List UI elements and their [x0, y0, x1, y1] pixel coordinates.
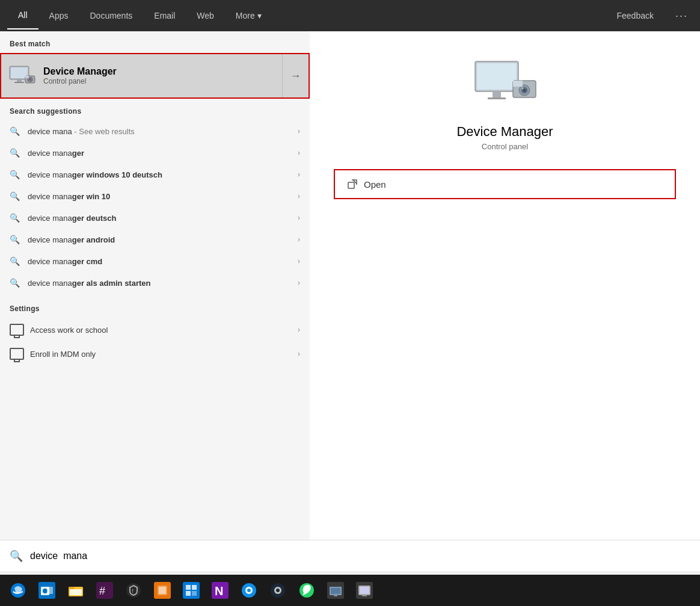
- settings-item-label: Access work or school: [30, 326, 292, 335]
- svg-rect-16: [513, 81, 523, 87]
- svg-rect-23: [47, 587, 53, 594]
- chevron-icon: ›: [298, 149, 300, 157]
- search-suggestions-label: Search suggestions: [0, 99, 310, 120]
- search-input[interactable]: [30, 551, 690, 561]
- taskbar-outlook[interactable]: [34, 577, 60, 604]
- tab-apps[interactable]: Apps: [38, 2, 79, 29]
- open-button[interactable]: Open: [334, 169, 676, 199]
- search-icon: 🔍: [10, 256, 22, 266]
- taskbar-explorer[interactable]: [63, 577, 89, 604]
- best-match-subtitle: Control panel: [43, 77, 302, 85]
- top-navigation-bar: All Apps Documents Email Web More ▾ Feed…: [0, 0, 700, 31]
- right-panel: Device Manager Control panel Open: [310, 31, 700, 540]
- tab-more[interactable]: More ▾: [225, 2, 272, 29]
- open-label: Open: [364, 179, 386, 190]
- app-name-large: Device Manager: [456, 124, 553, 140]
- chevron-icon: ›: [298, 350, 300, 358]
- svg-rect-2: [17, 79, 22, 82]
- top-bar-right: Feedback ···: [610, 5, 693, 27]
- settings-icon-mdm: [10, 348, 24, 360]
- chevron-icon: ›: [298, 192, 300, 200]
- suggestions-list: 🔍 device mana - See web results › 🔍 devi…: [0, 120, 310, 540]
- svg-rect-9: [477, 63, 517, 90]
- svg-rect-10: [493, 91, 501, 97]
- svg-rect-51: [334, 595, 337, 596]
- svg-rect-26: [70, 589, 82, 595]
- chevron-icon: ›: [298, 326, 300, 334]
- svg-rect-54: [360, 587, 369, 594]
- search-icon: 🔍: [10, 170, 22, 179]
- svg-point-6: [29, 78, 31, 81]
- taskbar-slack[interactable]: #: [91, 577, 118, 604]
- suggestion-item-4[interactable]: 🔍 device manager deutsch ›: [0, 207, 310, 229]
- svg-rect-36: [192, 585, 197, 590]
- search-bar-icon: 🔍: [10, 549, 23, 563]
- taskbar-orange-app[interactable]: [149, 577, 176, 604]
- search-bar: 🔍: [0, 540, 700, 571]
- suggestion-text: device manager win 10: [28, 192, 292, 201]
- left-panel: Best match Device Manager: [0, 31, 310, 540]
- suggestion-text: device manager als admin starten: [28, 279, 292, 288]
- settings-item-enroll-mdm[interactable]: Enroll in MDM only ›: [0, 342, 310, 366]
- svg-point-15: [523, 89, 526, 91]
- best-match-text: Device Manager Control panel: [43, 66, 302, 85]
- suggestion-item-3[interactable]: 🔍 device manager win 10 ›: [0, 185, 310, 207]
- main-content: Best match Device Manager: [0, 31, 700, 540]
- svg-rect-7: [25, 76, 29, 78]
- search-icon: 🔍: [10, 148, 22, 158]
- chevron-icon: ›: [298, 214, 300, 222]
- chevron-icon: ›: [298, 170, 300, 179]
- tab-email[interactable]: Email: [143, 2, 186, 29]
- suggestion-item-7[interactable]: 🔍 device manager als admin starten ›: [0, 272, 310, 294]
- suggestion-item-6[interactable]: 🔍 device manager cmd ›: [0, 250, 310, 272]
- taskbar: # ↑ N: [0, 575, 700, 606]
- suggestion-text: device manager deutsch: [28, 214, 292, 223]
- svg-point-22: [43, 589, 48, 593]
- best-match-item[interactable]: Device Manager Control panel →: [0, 53, 310, 99]
- svg-point-46: [276, 589, 280, 592]
- search-icon: 🔍: [10, 235, 22, 244]
- settings-item-access-work[interactable]: Access work or school ›: [0, 318, 310, 342]
- svg-point-43: [247, 589, 251, 592]
- best-match-open-arrow[interactable]: →: [282, 54, 309, 97]
- taskbar-antivirus[interactable]: ↑: [120, 577, 147, 604]
- taskbar-onenote[interactable]: N: [207, 577, 233, 604]
- search-icon: 🔍: [10, 191, 22, 201]
- taskbar-system[interactable]: [351, 577, 378, 604]
- suggestion-item-1[interactable]: 🔍 device manager ›: [0, 142, 310, 164]
- suggestion-item-web[interactable]: 🔍 device mana - See web results ›: [0, 120, 310, 142]
- svg-rect-33: [159, 587, 166, 594]
- best-match-label: Best match: [0, 31, 310, 53]
- suggestion-item-2[interactable]: 🔍 device manager windows 10 deutsch ›: [0, 164, 310, 185]
- svg-rect-34: [183, 582, 200, 599]
- suggestion-text: device manager: [28, 149, 292, 158]
- app-type: Control panel: [482, 142, 528, 151]
- svg-text:N: N: [215, 584, 223, 598]
- more-options-button[interactable]: ···: [671, 5, 693, 27]
- suggestion-item-5[interactable]: 🔍 device manager android ›: [0, 229, 310, 250]
- taskbar-teamviewer[interactable]: [236, 577, 262, 604]
- settings-label: Settings: [0, 296, 310, 318]
- search-icon: 🔍: [10, 126, 22, 136]
- taskbar-blue-app[interactable]: [178, 577, 204, 604]
- svg-rect-38: [192, 591, 197, 596]
- svg-text:#: #: [99, 585, 105, 597]
- chevron-icon: ›: [298, 127, 300, 135]
- svg-rect-55: [362, 595, 367, 596]
- svg-rect-11: [488, 97, 506, 99]
- taskbar-edge[interactable]: [5, 577, 31, 604]
- tab-web[interactable]: Web: [186, 2, 225, 29]
- best-match-title: Device Manager: [43, 66, 302, 77]
- suggestion-text: device manager cmd: [28, 257, 292, 266]
- feedback-button[interactable]: Feedback: [610, 6, 661, 25]
- taskbar-network[interactable]: [322, 577, 349, 604]
- open-icon: [347, 179, 358, 190]
- suggestion-text: device manager windows 10 deutsch: [28, 170, 292, 179]
- taskbar-whatsapp[interactable]: [293, 577, 320, 604]
- tab-all[interactable]: All: [7, 2, 38, 29]
- taskbar-steam[interactable]: [265, 577, 291, 604]
- chevron-icon: ›: [298, 279, 300, 287]
- tab-documents[interactable]: Documents: [79, 2, 143, 29]
- svg-rect-18: [348, 182, 354, 188]
- svg-rect-25: [69, 587, 75, 589]
